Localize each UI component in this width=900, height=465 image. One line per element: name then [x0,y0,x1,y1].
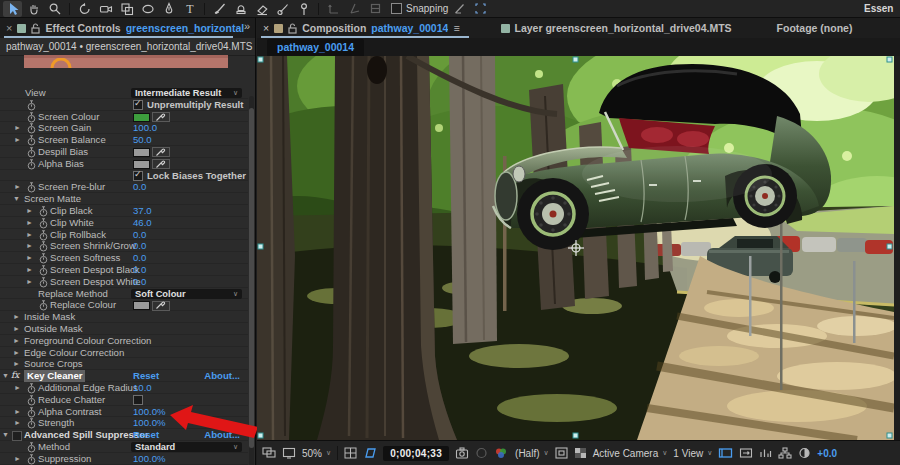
color-swatch[interactable] [133,160,150,169]
composition-tab-title[interactable]: Composition [302,22,366,34]
twirl-closed-icon[interactable]: ► [26,276,33,288]
lock-icon[interactable] [288,23,297,34]
snapping-checkbox[interactable] [391,3,402,14]
snap-angle-icon[interactable] [450,1,469,17]
axis-mode-world-icon[interactable] [345,1,364,17]
stopwatch-icon[interactable] [27,182,36,193]
twirl-closed-icon[interactable]: ► [26,229,33,241]
param-value[interactable]: 100.0% [133,453,166,465]
twirl-open-icon[interactable]: ▼ [2,370,9,382]
fast-previews-icon[interactable] [759,447,772,459]
twirl-closed-icon[interactable]: ► [13,335,20,347]
eyedropper-button[interactable] [152,147,170,157]
about-link[interactable]: About... [204,429,240,441]
param-value[interactable]: 37.0 [133,205,152,217]
clone-stamp-tool-button[interactable] [231,1,250,17]
always-preview-icon[interactable] [262,447,276,459]
twirl-closed-icon[interactable]: ► [14,406,21,418]
footage-tab[interactable]: Footage (none) [777,22,853,34]
color-swatch[interactable] [133,113,150,122]
stopwatch-icon[interactable] [27,442,36,453]
param-value[interactable]: 100.0% [133,417,166,429]
dropdown[interactable]: Soft Colour∨ [131,289,242,299]
puppet-pin-tool-button[interactable] [294,1,313,17]
dropdown[interactable]: Intermediate Result∨ [131,88,242,98]
panel-title[interactable]: Effect Controls [45,22,120,34]
transparency-grid-icon[interactable] [574,447,587,459]
close-panel-icon[interactable]: × [263,22,269,34]
param-value[interactable]: 0.0 [133,240,146,252]
stopwatch-icon[interactable] [39,277,48,288]
pan-behind-tool-button[interactable] [117,1,136,17]
panel-target-name[interactable]: greenscreen_horizontal_drive04. [126,22,244,34]
panel-menu-icon[interactable]: ≡ [453,22,459,34]
about-link[interactable]: About... [204,370,240,382]
stopwatch-icon[interactable] [39,300,48,311]
param-value[interactable]: 50.0 [133,134,152,146]
layer-tab[interactable]: Layer greenscreen_horizontal_drive04.MTS [501,22,732,34]
twirl-closed-icon[interactable]: ► [13,358,20,370]
viewer-tab[interactable]: pathway_00014 [267,39,364,56]
effect-enable-box[interactable] [12,431,22,441]
stopwatch-icon[interactable] [27,407,36,418]
param-label[interactable]: Advanced Spill Suppressor [24,429,149,441]
stopwatch-icon[interactable] [39,265,48,276]
fx-badge-icon[interactable]: fx [11,370,19,382]
stopwatch-icon[interactable] [27,147,36,158]
stopwatch-icon[interactable] [27,159,36,170]
snap-points-icon[interactable] [471,1,490,17]
pixel-aspect-correction-icon[interactable] [739,447,753,459]
show-snapshot-icon[interactable] [475,447,488,459]
resolution-dropdown[interactable]: (Half)∨ [515,448,549,459]
magnification-dropdown[interactable]: 50%∨ [302,448,331,459]
twirl-closed-icon[interactable]: ► [14,134,21,146]
brush-tool-button[interactable] [210,1,229,17]
snapshot-icon[interactable] [455,447,469,459]
reset-link[interactable]: Reset [133,370,159,382]
region-of-interest-icon[interactable] [555,447,568,459]
color-swatch[interactable] [133,148,150,157]
param-value[interactable]: 46.0 [133,217,152,229]
param-value[interactable]: 0.0 [133,252,146,264]
rotation-tool-button[interactable] [75,1,94,17]
selection-tool-button[interactable] [3,1,22,17]
twirl-closed-icon[interactable]: ► [13,347,20,359]
stopwatch-icon[interactable] [39,253,48,264]
axis-mode-local-icon[interactable] [324,1,343,17]
eyedropper-button[interactable] [152,112,170,122]
mask-shape-tool-button[interactable] [138,1,157,17]
twirl-open-icon[interactable]: ▼ [2,429,9,441]
twirl-closed-icon[interactable]: ► [13,323,20,335]
workspace-label[interactable]: Essen [864,0,900,18]
camera-tool-button[interactable] [96,1,115,17]
zoom-tool-button[interactable] [45,1,64,17]
composition-viewport[interactable] [257,56,894,440]
snapping-control[interactable]: Snapping [391,3,448,14]
dropdown[interactable]: Standard∨ [131,442,242,452]
scrollbar-thumb[interactable] [249,108,254,448]
hand-tool-button[interactable] [24,1,43,17]
stopwatch-icon[interactable] [27,454,36,465]
composition-tab-name[interactable]: pathway_00014 [371,22,448,34]
show-channel-icon[interactable] [494,447,509,459]
param-value[interactable]: 100.0 [133,122,157,134]
panel-overflow-icon[interactable]: » [244,20,250,32]
stopwatch-icon[interactable] [27,395,36,406]
checkbox-checked[interactable]: ✓ [133,171,143,181]
twirl-closed-icon[interactable]: ► [13,311,20,323]
roto-brush-tool-button[interactable] [273,1,292,17]
primary-viewer-icon[interactable] [282,447,296,459]
color-swatch[interactable] [133,301,150,310]
pen-tool-button[interactable] [159,1,178,17]
flowchart-icon[interactable] [778,447,792,459]
scrollbar[interactable] [249,96,254,465]
eyedropper-button[interactable] [152,159,170,169]
grid-guides-icon[interactable] [344,447,357,459]
param-value[interactable]: 0.0 [133,276,146,288]
axis-mode-view-icon[interactable] [366,1,385,17]
close-panel-icon[interactable]: × [6,22,12,34]
mask-roi-icon[interactable] [363,447,377,459]
stopwatch-icon[interactable] [39,230,48,241]
twirl-closed-icon[interactable]: ► [14,181,21,193]
eyedropper-button[interactable] [152,301,170,311]
